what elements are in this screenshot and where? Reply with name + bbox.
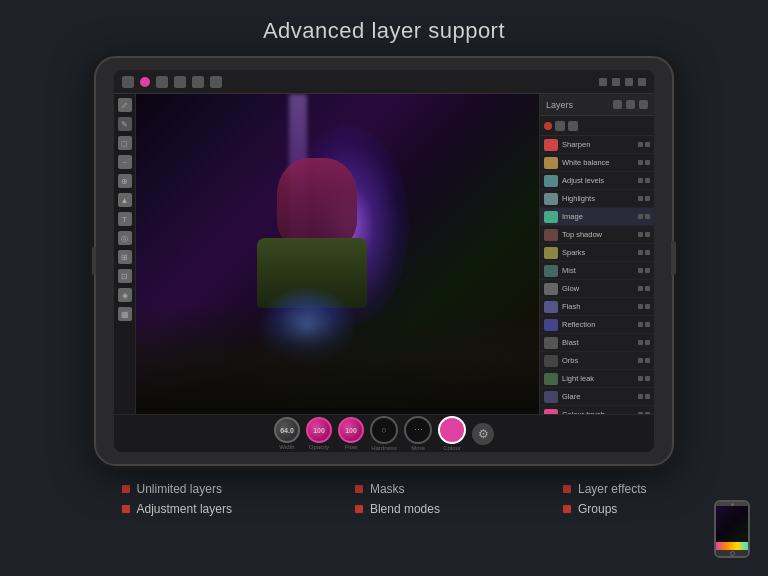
layer-lock-icon[interactable]	[555, 121, 565, 131]
transform-icon[interactable]	[192, 76, 204, 88]
redo-icon[interactable]	[612, 78, 620, 86]
layers-list[interactable]: SharpenWhite balanceAdjust levelsHighlig…	[540, 136, 654, 414]
layer-item[interactable]: Sharpen	[540, 136, 654, 154]
width-knob[interactable]: 64.0	[274, 417, 300, 443]
layers-add-icon[interactable]	[613, 100, 622, 109]
layer-visibility-dot[interactable]	[638, 322, 643, 327]
flow-control[interactable]: 100 Flow	[338, 417, 364, 450]
layer-item[interactable]: Reflection	[540, 316, 654, 334]
layer-item[interactable]: Image	[540, 208, 654, 226]
feature-col-3: Layer effects Groups	[563, 482, 646, 516]
fill-tool[interactable]: ▲	[118, 193, 132, 207]
layer-visibility-dot[interactable]	[638, 304, 643, 309]
layers-delete-icon[interactable]	[639, 100, 648, 109]
text-tool[interactable]: T	[118, 212, 132, 226]
layer-visibility-dot[interactable]	[638, 142, 643, 147]
layer-item[interactable]: Colour brush	[540, 406, 654, 414]
share-icon[interactable]	[625, 78, 633, 86]
layer-visibility-dot[interactable]	[638, 376, 643, 381]
hardness-control[interactable]: ○ Hardness	[370, 416, 398, 451]
shapes-icon[interactable]	[156, 76, 168, 88]
layer-lock-dot[interactable]	[645, 214, 650, 219]
layer-lock-dot[interactable]	[645, 286, 650, 291]
layer-visibility-icon[interactable]	[544, 122, 552, 130]
layer-icons	[638, 178, 650, 183]
layer-visibility-dot[interactable]	[638, 232, 643, 237]
flow-knob[interactable]: 100	[338, 417, 364, 443]
iphone-screen	[716, 506, 748, 542]
layer-lock-dot[interactable]	[645, 142, 650, 147]
layer-lock-dot[interactable]	[645, 160, 650, 165]
selection-tool[interactable]: ◎	[118, 231, 132, 245]
menu-icon[interactable]	[638, 78, 646, 86]
back-icon[interactable]	[122, 76, 134, 88]
layer-thumb	[544, 157, 558, 169]
layer-visibility-dot[interactable]	[638, 394, 643, 399]
smudge-tool[interactable]: ~	[118, 155, 132, 169]
opacity-control[interactable]: 100 Opacity	[306, 417, 332, 450]
layer-item[interactable]: Highlights	[540, 190, 654, 208]
layer-lock-dot[interactable]	[645, 358, 650, 363]
opacity-knob[interactable]: 100	[306, 417, 332, 443]
layer-lock-dot[interactable]	[645, 322, 650, 327]
layer-item[interactable]: Flash	[540, 298, 654, 316]
layer-item[interactable]: Light leak	[540, 370, 654, 388]
layer-lock-dot[interactable]	[645, 250, 650, 255]
transform-tool[interactable]: ⊞	[118, 250, 132, 264]
tablet-device: ⤢ ✎ ◻ ~ ⊕ ▲ T ◎ ⊞ ⊡ ◈ ▦	[94, 56, 674, 466]
layer-lock-dot[interactable]	[645, 304, 650, 309]
layer-name: Sharpen	[562, 140, 638, 149]
layer-visibility-dot[interactable]	[638, 196, 643, 201]
layer-item[interactable]: Glare	[540, 388, 654, 406]
layer-item[interactable]: Mist	[540, 262, 654, 280]
layer-thumb	[544, 229, 558, 241]
layer-visibility-dot[interactable]	[638, 358, 643, 363]
layer-visibility-dot[interactable]	[638, 214, 643, 219]
layer-visibility-dot[interactable]	[638, 160, 643, 165]
layer-item[interactable]: Blast	[540, 334, 654, 352]
brush-icon[interactable]	[140, 77, 150, 87]
layers-options-icon[interactable]	[626, 100, 635, 109]
layer-item[interactable]: White balance	[540, 154, 654, 172]
layer-item[interactable]: Glow	[540, 280, 654, 298]
layer-visibility-dot[interactable]	[638, 250, 643, 255]
layer-item[interactable]: Orbs	[540, 352, 654, 370]
move-tool[interactable]: ⤢	[118, 98, 132, 112]
more-knob[interactable]: ⋯	[404, 416, 432, 444]
layer-blend-icon[interactable]	[568, 121, 578, 131]
more-control[interactable]: ⋯ More	[404, 416, 432, 451]
colour-control[interactable]: Colour	[438, 416, 466, 451]
clone-tool[interactable]: ⊕	[118, 174, 132, 188]
width-control[interactable]: 64.0 Width	[274, 417, 300, 450]
hardness-knob[interactable]: ○	[370, 416, 398, 444]
layer-lock-dot[interactable]	[645, 232, 650, 237]
settings-button[interactable]: ⚙	[472, 423, 494, 445]
layer-visibility-dot[interactable]	[638, 340, 643, 345]
feature-label-blend: Blend modes	[370, 502, 440, 516]
crop-tool[interactable]: ⊡	[118, 269, 132, 283]
layer-thumb	[544, 193, 558, 205]
layer-lock-dot[interactable]	[645, 268, 650, 273]
gradient-tool[interactable]: ▦	[118, 307, 132, 321]
eyedropper-tool[interactable]: ◈	[118, 288, 132, 302]
layers-label: Layers	[546, 100, 573, 110]
undo-icon[interactable]	[599, 78, 607, 86]
layer-thumb	[544, 355, 558, 367]
layer-item[interactable]: Sparks	[540, 244, 654, 262]
layer-visibility-dot[interactable]	[638, 178, 643, 183]
layer-item[interactable]: Top shadow	[540, 226, 654, 244]
brush-tool[interactable]: ✎	[118, 117, 132, 131]
layer-lock-dot[interactable]	[645, 196, 650, 201]
layer-lock-dot[interactable]	[645, 376, 650, 381]
layer-lock-dot[interactable]	[645, 178, 650, 183]
settings-icon[interactable]	[210, 76, 222, 88]
layer-lock-dot[interactable]	[645, 394, 650, 399]
layer-lock-dot[interactable]	[645, 340, 650, 345]
layer-item[interactable]: Adjust levels	[540, 172, 654, 190]
layer-visibility-dot[interactable]	[638, 268, 643, 273]
eraser-tool[interactable]: ◻	[118, 136, 132, 150]
layer-visibility-dot[interactable]	[638, 286, 643, 291]
colour-circle[interactable]	[438, 416, 466, 444]
text-icon[interactable]	[174, 76, 186, 88]
iphone-home-button[interactable]	[730, 551, 735, 556]
